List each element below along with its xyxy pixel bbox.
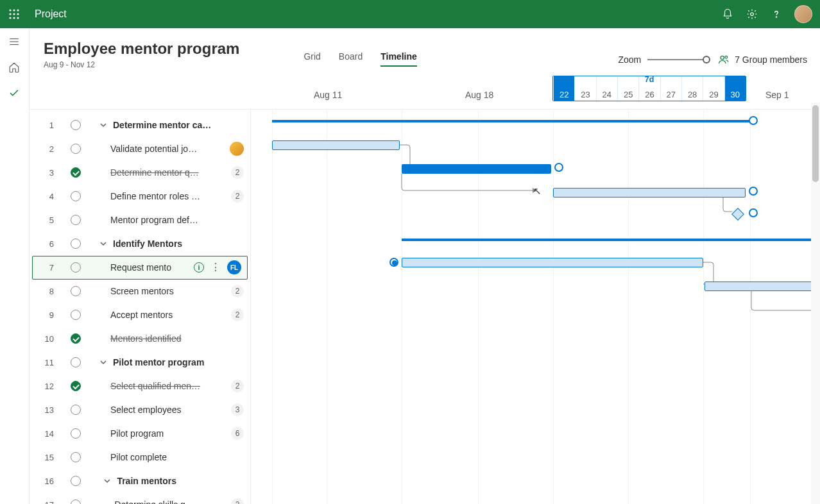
chevron-down-icon[interactable] [100, 122, 107, 128]
task-row[interactable]: 17Determine skills g…2 [30, 493, 250, 504]
vertical-scrollbar[interactable] [811, 103, 820, 504]
scale-day[interactable]: 25 [617, 76, 638, 101]
status-circle[interactable] [71, 286, 81, 296]
summary-bar[interactable] [402, 239, 820, 241]
status-circle[interactable] [71, 500, 81, 504]
scale-day[interactable]: 28 [681, 76, 703, 101]
app-name: Project [35, 8, 67, 20]
zoom-slider[interactable] [647, 59, 706, 60]
scale-day[interactable]: 29 [703, 76, 724, 101]
status-circle[interactable] [71, 144, 81, 154]
task-number: 7 [41, 263, 54, 273]
status-circle[interactable] [71, 405, 81, 415]
task-name: Determine mentor q… [110, 167, 225, 178]
status-circle[interactable] [71, 262, 81, 273]
app-topbar: Project [0, 0, 820, 28]
waffle-icon[interactable] [8, 8, 21, 21]
count-badge: 2 [231, 498, 244, 504]
status-circle[interactable] [71, 428, 81, 439]
group-members[interactable]: 7 Group members [718, 54, 807, 65]
scale-tick: Sep 1 [765, 90, 789, 100]
tab-timeline[interactable]: Timeline [380, 51, 417, 67]
members-count: 7 Group members [735, 55, 807, 65]
svg-point-2 [17, 9, 19, 11]
task-row[interactable]: 2Validate potential jo… [30, 137, 250, 161]
task-row[interactable]: 3Determine mentor q…2 [30, 161, 250, 185]
status-circle[interactable] [71, 215, 81, 225]
task-row[interactable]: 14Pilot program6 [30, 422, 250, 446]
task-number: 16 [41, 476, 54, 486]
task-number: 15 [41, 453, 54, 462]
chevron-down-icon[interactable] [104, 478, 110, 484]
task-row[interactable]: 8Screen mentors2 [30, 280, 250, 303]
task-bar[interactable] [272, 140, 400, 150]
check-icon[interactable] [8, 87, 21, 100]
cursor-icon: ↖ [533, 185, 542, 197]
status-circle[interactable] [71, 239, 81, 249]
chevron-down-icon[interactable] [100, 240, 107, 247]
task-row[interactable]: 16Train mentors [30, 469, 250, 493]
help-icon[interactable] [770, 8, 783, 21]
task-row[interactable]: 9Accept mentors2 [30, 303, 250, 327]
task-row[interactable]: 12Select qualified men…2 [30, 374, 250, 398]
task-row[interactable]: 13Select employees3 [30, 398, 250, 422]
svg-point-4 [13, 13, 15, 15]
count-badge: 3 [231, 403, 244, 416]
svg-point-15 [725, 56, 728, 58]
chevron-down-icon[interactable] [100, 359, 107, 365]
menu-icon[interactable] [8, 36, 21, 49]
task-bar[interactable] [705, 281, 820, 291]
scale-tick: Aug 18 [465, 90, 493, 100]
zoom-control[interactable]: Zoom [618, 55, 706, 65]
task-name: Validate potential jo… [110, 144, 223, 154]
scale-tick: Aug 11 [314, 90, 342, 100]
status-circle[interactable] [71, 476, 81, 486]
task-row[interactable]: 10Mentors identified [30, 327, 250, 351]
task-number: 1 [41, 121, 54, 130]
scale-day[interactable]: 24 [596, 76, 617, 101]
task-row[interactable]: 15Pilot complete [30, 446, 250, 469]
summary-bar[interactable] [272, 120, 750, 122]
task-row[interactable]: 1Determine mentor ca… [30, 113, 250, 137]
task-row[interactable]: 7Request mentoi⋮FL [32, 256, 248, 280]
task-row[interactable]: 6Identify Mentors [30, 232, 250, 256]
notifications-icon[interactable] [721, 8, 734, 21]
task-bar[interactable] [402, 258, 703, 267]
task-row[interactable]: 5Mentor program def… [30, 208, 250, 232]
svg-point-7 [13, 17, 15, 19]
scale-day[interactable]: 27 [660, 76, 681, 101]
status-circle[interactable] [71, 452, 81, 462]
task-number: 3 [41, 168, 54, 178]
scale-sel-mid: 7d [645, 75, 654, 84]
bar-end-icon [749, 187, 758, 196]
zoom-label: Zoom [618, 55, 641, 65]
status-circle[interactable] [71, 120, 81, 130]
status-circle[interactable] [71, 333, 81, 344]
status-circle[interactable] [71, 167, 81, 178]
task-bar[interactable] [553, 188, 746, 197]
status-circle[interactable] [71, 357, 81, 367]
gantt-chart[interactable]: ↖ [251, 110, 820, 504]
status-circle[interactable] [71, 381, 81, 391]
svg-point-10 [776, 17, 776, 17]
assignee-avatar[interactable]: FL [227, 260, 241, 274]
scale-sel-left: Aug [557, 75, 572, 84]
tab-board[interactable]: Board [339, 51, 363, 67]
more-icon[interactable]: ⋮ [210, 262, 221, 273]
task-row[interactable]: 11Pilot mentor program [30, 351, 250, 374]
gear-icon[interactable] [746, 8, 758, 21]
task-name: Determine skills g… [114, 500, 225, 504]
task-bar[interactable] [402, 164, 551, 174]
status-circle[interactable] [71, 191, 81, 201]
tab-grid[interactable]: Grid [303, 51, 320, 67]
scale-day[interactable]: 23 [574, 76, 595, 101]
task-row[interactable]: 4Define mentor roles …2 [30, 185, 250, 208]
task-name: Select qualified men… [110, 381, 225, 391]
count-badge: 2 [231, 285, 244, 298]
user-avatar[interactable] [794, 5, 812, 23]
status-circle[interactable] [71, 310, 81, 320]
scale-selection[interactable]: Aug 7d Aug 22 23 24 25 26 27 28 29 30 [552, 76, 746, 101]
info-icon[interactable]: i [194, 262, 204, 273]
assignee-avatar[interactable] [230, 142, 244, 156]
home-icon[interactable] [8, 62, 21, 74]
